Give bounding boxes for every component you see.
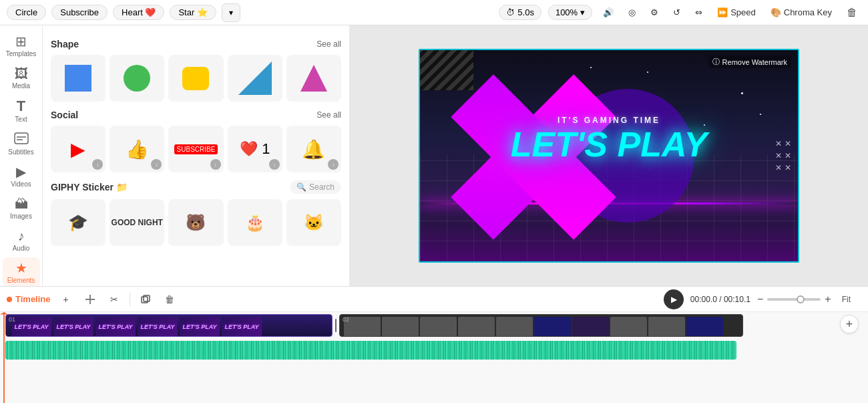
audio-clip[interactable] [5, 341, 736, 360]
canvas-text-lets-play: LET'S PLAY [420, 127, 798, 162]
shape-blue-triangle[interactable] [228, 55, 282, 102]
tag-heart[interactable]: Heart ❤️ [113, 5, 164, 20]
canvas-frame[interactable]: ⓘ Remove Watermark [419, 49, 799, 263]
shape-blue-rect[interactable] [51, 55, 105, 102]
sidebar-label-audio: Audio [13, 245, 30, 252]
tag-star[interactable]: Star ⭐ [170, 5, 216, 20]
clip-02-thumb-5 [496, 317, 533, 337]
clip-02[interactable]: 02 [339, 314, 743, 337]
giphy-search[interactable]: 🔍 Search [290, 180, 341, 194]
sidebar-item-images[interactable]: 🏔 Images [3, 193, 40, 224]
notification-icon: 🔔 [302, 138, 325, 160]
clip-thumb-6: LET'S PLAY [222, 317, 262, 337]
social-notification[interactable]: 🔔 ↓ [286, 126, 341, 172]
speed-icon: ⏩ [717, 7, 728, 17]
giphy-goodnight-icon: GOOD NIGHT [112, 218, 163, 227]
shape-green-circle[interactable] [110, 55, 164, 102]
tags-dropdown[interactable]: ▾ [222, 3, 240, 22]
giphy-cap-girl[interactable]: 🎓 [51, 199, 105, 246]
time-counter: 00:00.0 / 00:10.1 [690, 295, 750, 304]
zoom-plus-btn[interactable]: + [825, 293, 831, 305]
subscribe-icon: SUBSCRIBE [174, 144, 218, 154]
timeline-split-btn[interactable] [81, 291, 99, 308]
timeline-tracks: 01 LET'S PLAY LET'S PLAY LET'S PLAY LET'… [0, 312, 868, 403]
zoom-display[interactable]: 100% ▾ [548, 5, 592, 20]
flip-btn[interactable]: ⇔ [691, 5, 706, 19]
clip-02-thumb-1 [344, 317, 381, 337]
timeline-add-btn[interactable]: + [57, 291, 75, 308]
sidebar-item-templates[interactable]: ⊞ Templates [3, 31, 40, 61]
adjust-icon: ⚙ [650, 7, 658, 17]
shape-pink-triangle[interactable] [286, 55, 341, 102]
timeline-playhead[interactable] [3, 312, 5, 403]
shape-title: Shape [51, 39, 79, 49]
sidebar: ⊞ Templates 🖼 Media T Text Subtitles ▶ V… [0, 25, 43, 286]
giphy-cat[interactable]: 🐱 [286, 199, 341, 246]
shape-yellow-rounded-rect[interactable] [168, 55, 223, 102]
social-heart-like[interactable]: ❤️ 1 ↓ [228, 126, 282, 172]
clip-01[interactable]: 01 LET'S PLAY LET'S PLAY LET'S PLAY LET'… [5, 314, 333, 337]
timeline-duplicate-btn[interactable] [137, 291, 154, 308]
resize-handle-5[interactable]: ✕ [775, 163, 782, 172]
watermark-btn[interactable]: ⓘ Remove Watermark [708, 55, 791, 68]
sidebar-item-subtitles[interactable]: Subtitles [3, 128, 40, 160]
tag-circle[interactable]: Circle [7, 5, 46, 20]
facebook-like-icon: 👍 [126, 138, 149, 160]
sidebar-item-videos[interactable]: ▶ Videos [3, 161, 40, 192]
timeline-toolbar: Timeline + ✂ 🗑 ▶ 00:00.0 / 00:10.1 − [0, 287, 868, 312]
download-badge-fb: ↓ [151, 159, 162, 170]
time-value: 5.0s [517, 7, 534, 17]
clip-02-label: 02 [343, 316, 349, 323]
clip-split-handle[interactable] [333, 314, 339, 337]
clock-icon: ⏱ [506, 7, 515, 17]
main-area: ⊞ Templates 🖼 Media T Text Subtitles ▶ V… [0, 25, 868, 286]
resize-handle-6[interactable]: ✕ [785, 163, 791, 172]
svg-rect-3 [65, 65, 91, 92]
sidebar-item-elements[interactable]: ★ Elements [3, 257, 40, 286]
fit-button[interactable]: Fit [838, 293, 855, 305]
clip-02-thumb-4 [458, 317, 495, 337]
shape-see-all[interactable]: See all [316, 39, 341, 49]
split-btn[interactable]: ◎ [624, 5, 640, 19]
undo-btn[interactable]: ↺ [669, 5, 684, 19]
clip-thumb-1: LET'S PLAY [11, 317, 51, 337]
clip-02-thumb-7 [572, 317, 609, 337]
text-icon: T [17, 99, 25, 114]
sidebar-label-subtitles: Subtitles [8, 148, 33, 156]
giphy-good-night[interactable]: GOOD NIGHT [110, 199, 164, 246]
speed-btn[interactable]: ⏩ Speed [713, 5, 760, 19]
volume-btn[interactable]: 🔊 [599, 5, 618, 19]
sidebar-item-media[interactable]: 🖼 Media [3, 63, 40, 94]
social-see-all[interactable]: See all [316, 110, 341, 120]
tag-subscribe[interactable]: Subscribe [51, 5, 107, 20]
info-icon: ⓘ [712, 57, 720, 67]
timeline-delete-btn[interactable]: 🗑 [161, 291, 178, 308]
search-icon: 🔍 [296, 182, 306, 192]
zoom-slider-thumb[interactable] [797, 295, 805, 303]
chroma-key-btn[interactable]: 🎨 Chroma Key [767, 5, 836, 19]
social-subscribe[interactable]: SUBSCRIBE ↓ [168, 126, 223, 172]
split-icon: ◎ [628, 7, 636, 17]
social-title: Social [51, 110, 78, 120]
timeline-cut-btn[interactable]: ✂ [105, 291, 123, 308]
elements-icon: ★ [15, 261, 27, 275]
play-button[interactable]: ▶ [664, 289, 684, 309]
giphy-grid: 🎓 GOOD NIGHT 🐻 🎂 🐱 [51, 199, 341, 246]
subtitles-icon [14, 132, 29, 146]
giphy-bear[interactable]: 🐻 [168, 199, 223, 246]
sidebar-item-text[interactable]: T Text [3, 95, 40, 127]
adjust-btn[interactable]: ⚙ [646, 5, 662, 19]
flip-icon: ⇔ [695, 7, 702, 17]
delete-btn[interactable]: 🗑 [843, 3, 861, 22]
zoom-slider[interactable] [767, 298, 821, 301]
giphy-search-label: Search [309, 182, 335, 192]
add-track-btn[interactable]: + [840, 315, 859, 333]
social-section-header: Social See all [51, 110, 341, 120]
giphy-birthday[interactable]: 🎂 [228, 199, 282, 246]
social-youtube[interactable]: ▶ ↓ [51, 126, 105, 172]
social-facebook-like[interactable]: 👍 ↓ [110, 126, 164, 172]
video-track-row: 01 LET'S PLAY LET'S PLAY LET'S PLAY LET'… [0, 312, 868, 339]
sidebar-item-audio[interactable]: ♪ Audio [3, 225, 40, 256]
time-display[interactable]: ⏱ 5.0s [499, 5, 541, 20]
zoom-minus-btn[interactable]: − [757, 293, 763, 305]
